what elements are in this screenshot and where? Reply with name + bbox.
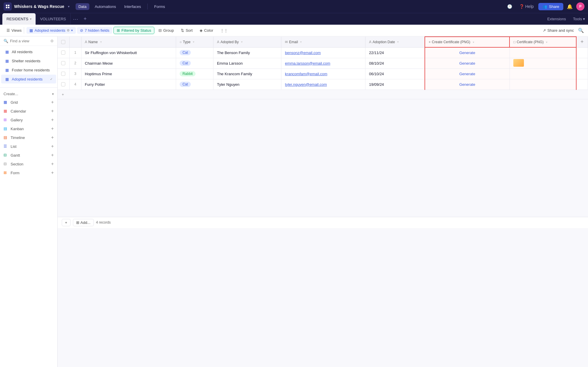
settings-icon[interactable]: ⚙ [50, 39, 54, 43]
gallery-plus-icon[interactable]: + [51, 117, 54, 123]
row-checkbox[interactable] [61, 82, 65, 86]
row-checkbox-cell[interactable] [58, 68, 69, 79]
create-timeline[interactable]: ▤ Timeline + [0, 133, 57, 142]
calendar-plus-icon[interactable]: + [51, 108, 54, 114]
row-adopted-by[interactable]: Emma Larsson [213, 58, 281, 68]
sidebar-item-foster-home[interactable]: ▦ Foster home residents [1, 66, 56, 74]
extensions-btn[interactable]: Extensions [543, 17, 570, 21]
row-certificate[interactable] [510, 68, 576, 79]
create-gallery[interactable]: ⊞ Gallery + [0, 115, 57, 124]
col-header-adoption-date[interactable]: A Adoption Date ▾ [365, 37, 425, 47]
hidden-fields-btn[interactable]: ⊘ 7 hidden fields [77, 27, 112, 34]
row-type[interactable]: Cat [176, 79, 213, 90]
search-btn[interactable]: 🔍 [578, 28, 584, 33]
sidebar-item-shelter-residents[interactable]: ▦ Shelter residents [1, 56, 56, 65]
col-add-btn[interactable]: + [576, 37, 588, 47]
row-certificate[interactable] [510, 47, 576, 58]
row-type[interactable]: Cat [176, 58, 213, 68]
row-adoption-date[interactable]: 19/09/24 [365, 79, 425, 90]
row-name[interactable]: Furry Potter [81, 79, 176, 90]
help-btn[interactable]: ❓ Help [517, 3, 536, 10]
grid-plus-icon[interactable]: + [51, 100, 54, 105]
user-avatar[interactable]: P [576, 2, 584, 11]
history-btn[interactable]: 🕐 [505, 3, 514, 10]
list-plus-icon[interactable]: + [51, 144, 54, 149]
tools-btn[interactable]: Tools ▾ [570, 17, 588, 21]
col-header-create-cert[interactable]: ⌖ Create Certificate (PNG) ▾ [425, 37, 510, 47]
row-certificate[interactable] [510, 79, 576, 90]
row-name[interactable]: Chairman Meow [81, 58, 176, 68]
tab-residents[interactable]: RESIDENTS ▾ [2, 13, 36, 25]
timeline-plus-icon[interactable]: + [51, 135, 54, 140]
sort-btn[interactable]: ⇅ Sort [178, 27, 196, 34]
generate-button[interactable]: Generate [459, 82, 475, 87]
sidebar-item-adopted-residents[interactable]: ▦ Adopted residents ✓ [1, 75, 56, 83]
col-header-name[interactable]: A Name ▾ [81, 37, 176, 47]
add-dropdown-btn[interactable]: ⊞ Add... [73, 219, 94, 226]
views-toggle[interactable]: ☰ Views [4, 27, 24, 34]
row-type[interactable]: Rabbit [176, 68, 213, 79]
share-sync-btn[interactable]: ↗ Share and sync [540, 27, 577, 34]
kanban-plus-icon[interactable]: + [51, 126, 54, 131]
row-adoption-date[interactable]: 06/10/24 [365, 68, 425, 79]
row-checkbox[interactable] [61, 72, 65, 76]
create-calendar[interactable]: ▦ Calendar + [0, 107, 57, 115]
col-header-email[interactable]: ✉ Email ▾ [281, 37, 365, 47]
row-checkbox-cell[interactable] [58, 58, 69, 68]
row-checkbox[interactable] [61, 61, 65, 65]
create-grid[interactable]: ▦ Grid + [0, 98, 57, 107]
row-checkbox-cell[interactable] [58, 47, 69, 58]
nav-automations[interactable]: Automations [92, 3, 119, 10]
tab-volunteers[interactable]: VOLUNTEERS [36, 13, 70, 25]
row-email[interactable]: tyler.nguyen@email.com [281, 79, 365, 90]
row-adopted-by[interactable]: The Krancom Family [213, 68, 281, 79]
row-name[interactable]: Sir Fluffington von Whiskerbutt [81, 47, 176, 58]
share-btn[interactable]: 👥 Share [538, 3, 563, 10]
nav-data[interactable]: Data [76, 3, 89, 10]
row-generate-cert[interactable]: Generate [425, 68, 510, 79]
row-adoption-date[interactable]: 22/11/24 [365, 47, 425, 58]
sidebar-item-all-residents[interactable]: ▦ All residents [1, 47, 56, 56]
row-generate-cert[interactable]: Generate [425, 47, 510, 58]
checkbox-header[interactable] [58, 37, 69, 47]
row-email[interactable]: bensonz@email.com [281, 47, 365, 58]
row-type[interactable]: Cat [176, 47, 213, 58]
nav-interfaces[interactable]: Interfaces [121, 3, 144, 10]
col-header-type[interactable]: ○ Type ▾ [176, 37, 213, 47]
generate-button[interactable]: Generate [459, 72, 475, 76]
create-section-header[interactable]: Create... ▾ [0, 90, 57, 98]
col-header-adopted-by[interactable]: A Adopted By ▾ [213, 37, 281, 47]
create-gantt[interactable]: ⊟ Gantt + [0, 151, 57, 160]
gantt-plus-icon[interactable]: + [51, 153, 54, 158]
add-row-btn[interactable]: + [58, 90, 588, 99]
add-record-btn[interactable]: + [62, 219, 71, 226]
create-section-toggle[interactable]: ▾ [52, 92, 54, 96]
sidebar-search-input[interactable] [10, 39, 49, 43]
row-certificate[interactable] [510, 58, 576, 68]
select-all-checkbox[interactable] [61, 40, 65, 44]
generate-button[interactable]: Generate [459, 61, 475, 66]
form-plus-icon[interactable]: + [51, 170, 54, 175]
row-checkbox-cell[interactable] [58, 79, 69, 90]
filter-btn[interactable]: ⊞ Filtered by Status [113, 27, 154, 34]
row-checkbox[interactable] [61, 51, 65, 55]
group-btn[interactable]: ⊟ Group [156, 27, 177, 34]
current-view-btn[interactable]: ▦ Adopted residents ⚙ ▾ [26, 27, 76, 34]
tab-options[interactable]: ⋯ [71, 16, 81, 22]
create-section[interactable]: ⊟ Section + [0, 160, 57, 168]
row-adopted-by[interactable]: The Benson Family [213, 47, 281, 58]
row-name[interactable]: Hoptimus Prime [81, 68, 176, 79]
section-plus-icon[interactable]: + [51, 161, 54, 167]
row-email[interactable]: emma.larsson@email.com [281, 58, 365, 68]
color-btn[interactable]: ◈ Color [197, 27, 216, 34]
create-form[interactable]: ⊠ Form + [0, 168, 57, 177]
create-kanban[interactable]: ▤ Kanban + [0, 124, 57, 133]
fields-btn[interactable]: ⋮⋮ [217, 27, 231, 34]
row-adopted-by[interactable]: Tyler Nguyen [213, 79, 281, 90]
notifications-btn[interactable]: 🔔 [566, 3, 574, 11]
row-adoption-date[interactable]: 08/10/24 [365, 58, 425, 68]
nav-forms[interactable]: Forms [151, 3, 168, 10]
row-generate-cert[interactable]: Generate [425, 58, 510, 68]
row-generate-cert[interactable]: Generate [425, 79, 510, 90]
add-table-btn[interactable]: + [81, 13, 90, 25]
